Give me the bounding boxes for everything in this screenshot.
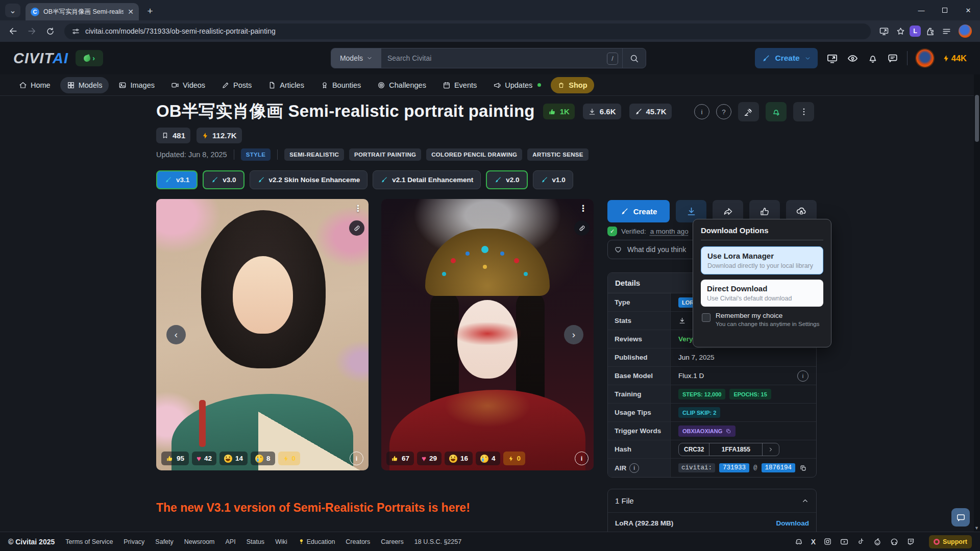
footer-link-wiki[interactable]: Wiki (275, 538, 287, 545)
energy-count-badge[interactable]: 112.7K (197, 128, 242, 143)
help-icon[interactable]: ? (716, 104, 731, 119)
url-bar[interactable]: civitai.com/models/731933/ob-semi-realis… (64, 23, 871, 39)
browsing-level-eye-icon[interactable] (847, 53, 859, 64)
nav-item-bounties[interactable]: Bounties (314, 77, 368, 93)
version-v2-2[interactable]: v2.2 Skin Noise Enhanceme (250, 170, 368, 189)
civitai-logo[interactable]: CIVITAI (13, 51, 68, 66)
copy-icon[interactable] (799, 464, 807, 472)
info-icon[interactable]: i (797, 370, 808, 382)
remember-choice-checkbox[interactable] (702, 313, 710, 322)
image-menu-dots-icon[interactable]: ⋮ (354, 203, 362, 214)
reaction-buzz[interactable]: 0 (503, 452, 526, 465)
tab-search-chevron-icon[interactable]: ⌄ (5, 4, 20, 17)
image-link-icon[interactable] (349, 220, 364, 236)
option-use-lora-manager[interactable]: Use Lora Manager Download directly to yo… (701, 246, 823, 274)
reaction-cry[interactable]: 4 (476, 452, 500, 465)
nav-item-updates[interactable]: Updates (486, 77, 548, 93)
option-direct-download[interactable]: Direct Download Use Civitai's default do… (701, 280, 823, 307)
air-version-id[interactable]: 1876194 (762, 463, 796, 472)
carousel-prev-button[interactable]: ‹ (166, 325, 186, 344)
reaction-thumb[interactable]: 67 (386, 452, 414, 465)
buzz-balance[interactable]: 44K (942, 54, 967, 63)
tag-semi-realistic[interactable]: SEMI-REALISTIC (284, 148, 344, 161)
x-icon[interactable]: X (811, 538, 816, 546)
extensions-puzzle-icon[interactable] (923, 24, 937, 38)
instagram-icon[interactable] (823, 537, 832, 546)
file-download-link[interactable]: Download (776, 519, 810, 527)
image-info-icon[interactable]: i (575, 452, 589, 465)
generation-count-badge[interactable]: 45.7K (629, 104, 672, 119)
window-maximize-button[interactable] (933, 0, 957, 20)
site-controls-icon[interactable] (71, 27, 80, 36)
bookmark-star-icon[interactable] (893, 24, 908, 38)
tag-artistic-sense[interactable]: ARTISTIC SENSE (527, 148, 588, 161)
notify-subscribed-button[interactable] (766, 102, 787, 121)
window-minimize-button[interactable]: — (910, 0, 933, 20)
air-model-id[interactable]: 731933 (719, 463, 749, 472)
verified-time[interactable]: a month ago (650, 228, 689, 235)
create-button[interactable]: Create (607, 200, 670, 222)
forward-button[interactable] (23, 23, 40, 39)
reaction-heart[interactable]: ♥ 29 (417, 452, 442, 465)
version-v2-0[interactable]: v2.0 (486, 170, 527, 189)
nav-item-models[interactable]: Models (60, 77, 109, 93)
nav-item-challenges[interactable]: Challenges (371, 77, 433, 93)
nav-item-home[interactable]: Home (12, 77, 57, 93)
footer-link-newsroom[interactable]: Newsroom (184, 538, 215, 545)
nav-item-shop[interactable]: Shop (551, 77, 594, 93)
nav-item-events[interactable]: Events (436, 77, 483, 93)
reaction-laugh[interactable]: 16 (445, 452, 473, 465)
footer-link-creators[interactable]: Creators (346, 538, 370, 545)
reviews-value[interactable]: Very (678, 335, 693, 343)
browser-profile-avatar[interactable] (959, 24, 972, 38)
chat-fab-button[interactable] (951, 508, 970, 527)
scrollbar-thumb[interactable] (975, 95, 979, 142)
chevron-up-icon[interactable] (801, 497, 809, 505)
reddit-icon[interactable] (873, 537, 882, 546)
tag-colored-pencil[interactable]: COLORED PENCIL DRAWING (426, 148, 522, 161)
footer-link-status[interactable]: Status (247, 538, 264, 545)
twitch-icon[interactable] (906, 537, 915, 546)
gallery-image-1[interactable]: ⋮ ‹ 95 ♥ 42 14 8 0 (156, 199, 369, 470)
footer-link-education[interactable]: Education (298, 538, 335, 545)
hash-next-icon[interactable] (762, 443, 779, 456)
info-icon[interactable]: i (629, 463, 639, 473)
footer-link-safety[interactable]: Safety (155, 538, 173, 545)
version-v3-1[interactable]: v3.1 (156, 170, 198, 189)
more-options-button[interactable] (793, 102, 814, 121)
version-v3-0[interactable]: v3.0 (203, 170, 244, 189)
info-icon[interactable]: i (694, 104, 709, 119)
version-v2-1[interactable]: v2.1 Detail Enhancement (373, 170, 481, 189)
supporter-badge[interactable]: › (76, 50, 103, 66)
nav-item-images[interactable]: Images (112, 77, 161, 93)
reaction-buzz[interactable]: 0 (278, 452, 301, 465)
generator-monitor-icon[interactable] (826, 53, 838, 64)
nav-item-videos[interactable]: Videos (164, 77, 212, 93)
tag-portrait-painting[interactable]: PORTRAIT PAINTING (349, 148, 421, 161)
version-v1-0[interactable]: v1.0 (533, 170, 573, 189)
search-category-select[interactable]: Models (331, 48, 381, 68)
window-close-button[interactable]: ✕ (957, 0, 980, 20)
side-panel-icon[interactable] (939, 24, 953, 38)
lora-manager-extension-badge[interactable]: L (910, 26, 921, 37)
footer-link-careers[interactable]: Careers (381, 538, 403, 545)
tab-close-icon[interactable]: ✕ (128, 8, 134, 16)
image-link-icon[interactable] (574, 220, 590, 236)
footer-link-2257[interactable]: 18 U.S.C. §2257 (414, 538, 461, 545)
tiktok-icon[interactable] (856, 537, 865, 546)
footer-link-terms[interactable]: Terms of Service (65, 538, 113, 545)
reaction-thumb[interactable]: 95 (161, 452, 189, 465)
support-button[interactable]: Support (929, 535, 972, 548)
footer-link-api[interactable]: API (226, 538, 236, 545)
reaction-laugh[interactable]: 14 (219, 452, 248, 465)
carousel-next-button[interactable]: › (564, 325, 583, 344)
notifications-bell-icon[interactable] (867, 53, 878, 64)
like-count-badge[interactable]: 1K (543, 104, 575, 119)
tag-style[interactable]: STYLE (241, 148, 271, 161)
nav-item-posts[interactable]: Posts (215, 77, 258, 93)
header-create-button[interactable]: Create (755, 48, 817, 68)
image-info-icon[interactable]: i (350, 452, 363, 465)
user-avatar[interactable] (916, 49, 934, 67)
gallery-image-2[interactable]: ⋮ › 67 ♥ 29 16 4 0 (381, 199, 594, 470)
trigger-word-badge[interactable]: OBXIAOXIANG (678, 425, 736, 437)
